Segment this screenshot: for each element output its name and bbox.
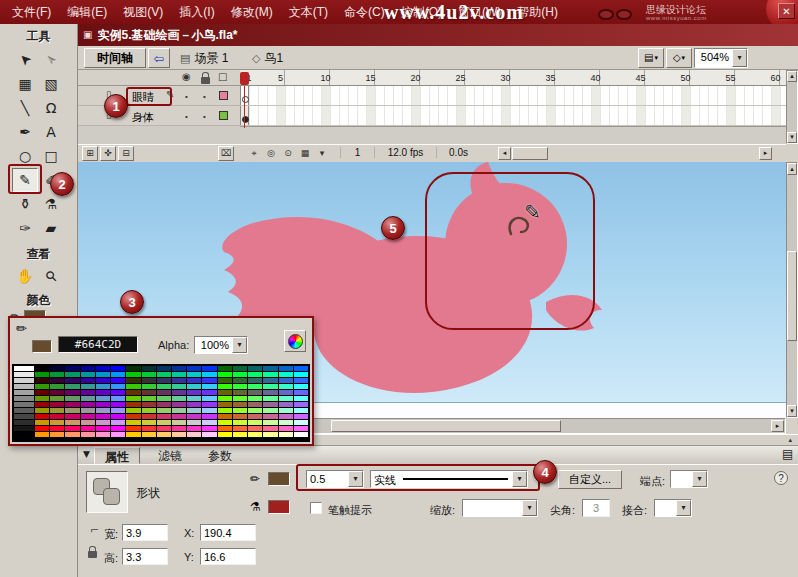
palette-swatch[interactable] [279, 372, 293, 377]
palette-swatch[interactable] [35, 396, 49, 401]
scroll-right-arrow[interactable]: ▸ [771, 420, 784, 432]
palette-swatch[interactable] [157, 402, 171, 407]
palette-swatch[interactable] [81, 402, 95, 407]
palette-swatch[interactable] [157, 384, 171, 389]
fill-color-chip[interactable] [268, 500, 290, 514]
palette-swatch[interactable] [248, 414, 262, 419]
palette-swatch[interactable] [142, 390, 156, 395]
layer-visibility-dot[interactable]: • [185, 112, 188, 121]
palette-swatch[interactable] [233, 372, 247, 377]
palette-swatch[interactable] [187, 420, 201, 425]
palette-swatch[interactable] [172, 384, 186, 389]
playhead[interactable] [240, 72, 249, 85]
palette-swatch[interactable] [263, 402, 277, 407]
timeline-v-scrollbar[interactable]: ▴ ▾ [786, 70, 798, 144]
gradient-transform-tool[interactable]: ▧ [38, 72, 64, 96]
palette-swatch[interactable] [35, 426, 49, 431]
palette-swatch[interactable] [111, 372, 125, 377]
hand-tool[interactable]: ✋ [12, 264, 38, 288]
panel-collapse-icon[interactable]: ▴ [788, 437, 792, 444]
palette-swatch[interactable] [172, 432, 186, 437]
palette-swatch[interactable] [263, 414, 277, 419]
palette-swatch[interactable] [142, 432, 156, 437]
palette-swatch[interactable] [14, 384, 34, 389]
menu-item[interactable]: 视图(V) [115, 0, 171, 24]
palette-swatch[interactable] [81, 390, 95, 395]
palette-swatch[interactable] [218, 378, 232, 383]
palette-swatch[interactable] [142, 372, 156, 377]
palette-swatch[interactable] [172, 402, 186, 407]
palette-swatch[interactable] [172, 408, 186, 413]
palette-swatch[interactable] [35, 402, 49, 407]
palette-swatch[interactable] [233, 414, 247, 419]
layer-row-body[interactable]: ▯ 身体 • • [78, 106, 240, 126]
palette-swatch[interactable] [126, 384, 140, 389]
palette-swatch[interactable] [126, 432, 140, 437]
y-input[interactable]: 16.6 [200, 548, 256, 565]
tab-filters[interactable]: 滤镜 [148, 447, 192, 464]
back-button[interactable]: ⇦ [148, 48, 170, 68]
lock-icon[interactable] [88, 551, 97, 558]
add-folder-button[interactable]: ⊟ [118, 146, 134, 161]
palette-swatch[interactable] [96, 408, 110, 413]
palette-swatch[interactable] [50, 432, 64, 437]
palette-swatch[interactable] [14, 390, 34, 395]
custom-stroke-button[interactable]: 自定义... [558, 470, 622, 489]
scroll-left-arrow[interactable]: ◂ [498, 147, 511, 160]
add-motion-guide-button[interactable]: ✜ [100, 146, 116, 161]
join-select[interactable]: ▾ [654, 499, 692, 517]
palette-swatch[interactable] [263, 426, 277, 431]
palette-swatch[interactable] [50, 372, 64, 377]
palette-swatch[interactable] [202, 402, 216, 407]
palette-swatch[interactable] [248, 378, 262, 383]
palette-swatch[interactable] [263, 396, 277, 401]
palette-swatch[interactable] [187, 408, 201, 413]
layer-lock-dot[interactable]: • [203, 112, 206, 121]
palette-swatch[interactable] [172, 396, 186, 401]
palette-swatch[interactable] [111, 384, 125, 389]
palette-swatch[interactable] [142, 396, 156, 401]
palette-swatch[interactable] [142, 384, 156, 389]
palette-swatch[interactable] [218, 420, 232, 425]
rectangle-tool[interactable]: □ [38, 144, 64, 168]
hex-color-input[interactable]: #664C2D [58, 336, 138, 353]
palette-swatch[interactable] [294, 414, 308, 419]
pencil-tool[interactable]: ✎ [12, 168, 38, 192]
palette-swatch[interactable] [50, 396, 64, 401]
text-tool[interactable]: A [38, 120, 64, 144]
palette-swatch[interactable] [218, 432, 232, 437]
menu-item[interactable]: 文本(T) [281, 0, 336, 24]
height-input[interactable]: 3.3 [122, 548, 168, 565]
palette-swatch[interactable] [248, 396, 262, 401]
palette-swatch[interactable] [233, 408, 247, 413]
palette-swatch[interactable] [248, 420, 262, 425]
onion-skin-button[interactable]: ◎ [263, 146, 279, 161]
palette-swatch[interactable] [126, 402, 140, 407]
palette-swatch[interactable] [14, 408, 34, 413]
palette-swatch[interactable] [65, 426, 79, 431]
scroll-up-arrow[interactable]: ▴ [787, 71, 797, 82]
palette-swatch[interactable] [202, 414, 216, 419]
palette-swatch[interactable] [81, 384, 95, 389]
palette-swatch[interactable] [263, 420, 277, 425]
timeline-ruler[interactable]: 151015202530354045505560 [240, 70, 786, 86]
palette-swatch[interactable] [294, 396, 308, 401]
palette-swatch[interactable] [279, 390, 293, 395]
palette-swatch[interactable] [81, 432, 95, 437]
scroll-down-arrow[interactable]: ▾ [787, 132, 797, 143]
palette-swatch[interactable] [126, 414, 140, 419]
palette-swatch[interactable] [263, 366, 277, 371]
palette-swatch[interactable] [279, 426, 293, 431]
palette-swatch[interactable] [263, 372, 277, 377]
eye-column-icon[interactable]: ◉ [182, 72, 191, 82]
outline-column-icon[interactable]: □ [218, 72, 227, 82]
palette-swatch[interactable] [111, 390, 125, 395]
menu-item[interactable]: 编辑(E) [59, 0, 115, 24]
line-tool[interactable]: ╲ [12, 96, 38, 120]
lock-column-icon[interactable] [201, 77, 210, 84]
palette-swatch[interactable] [233, 426, 247, 431]
palette-swatch[interactable] [248, 402, 262, 407]
chevron-down-icon[interactable]: ▾ [676, 500, 691, 516]
lasso-tool[interactable]: Ω [38, 96, 64, 120]
palette-swatch[interactable] [65, 372, 79, 377]
